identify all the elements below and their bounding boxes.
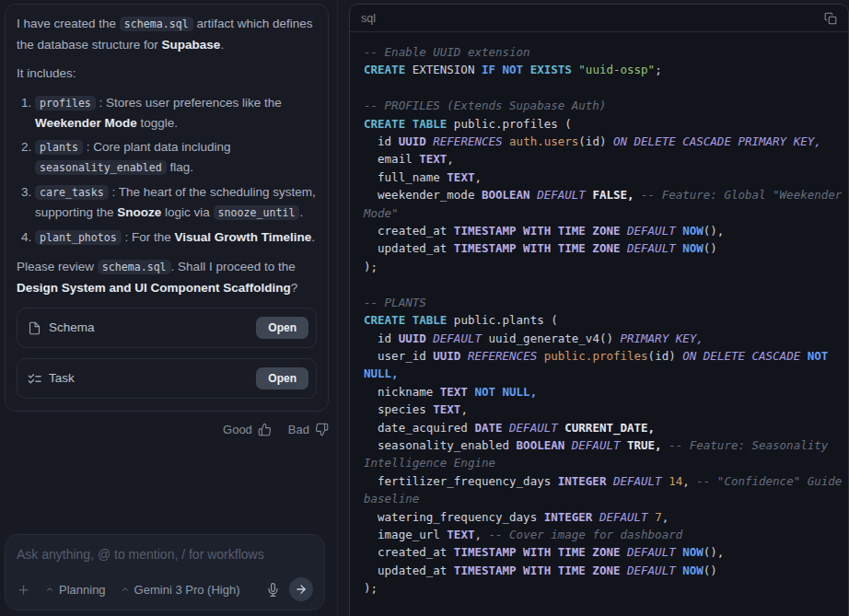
code-line: species TEXT, — [364, 401, 843, 418]
chat-panel: I have created the schema.sql artifact w… — [0, 0, 337, 616]
bad-button[interactable]: Bad — [288, 423, 329, 436]
list-item: care_tasks : The heart of the scheduling… — [35, 182, 317, 224]
code-line: id UUID DEFAULT uuid_generate_v4() PRIMA… — [364, 330, 843, 347]
composer-toolbar: Planning Gemini 3 Pro (High) — [17, 577, 313, 601]
app-root: I have created the schema.sql artifact w… — [0, 0, 849, 616]
code-line: updated_at TIMESTAMP WITH TIME ZONE DEFA… — [364, 562, 843, 579]
code-language-label: sql — [361, 12, 376, 25]
inline-code: care_tasks — [35, 185, 109, 200]
code-line: user_id UUID REFERENCES public.profiles(… — [364, 347, 843, 383]
feedback-row: Good Bad — [5, 423, 329, 436]
thumbs-up-icon — [258, 423, 272, 436]
code-line: CREATE EXTENSION IF NOT EXISTS "uuid-oss… — [364, 61, 843, 78]
chevron-up-icon — [45, 585, 54, 594]
message-list: profiles : Stores user preferences like … — [17, 93, 317, 249]
assistant-message: I have created the schema.sql artifact w… — [5, 4, 329, 412]
code-line: ); — [364, 579, 843, 597]
composer[interactable]: Planning Gemini 3 Pro (High) — [5, 534, 325, 610]
attachment-label: Task — [49, 368, 75, 389]
thumbs-down-icon — [315, 423, 329, 436]
text-segment: . Shall I proceed to the — [171, 260, 296, 273]
code-line: ); — [364, 258, 843, 275]
code-line: CREATE TABLE public.plants ( — [364, 311, 843, 329]
inline-code: snooze_until — [214, 205, 300, 220]
code-line — [364, 79, 843, 97]
code-line: image_url TEXT, -- Cover image for dashb… — [364, 526, 843, 543]
panel-divider — [337, 0, 338, 616]
code-line: full_name TEXT, — [364, 169, 843, 186]
message-paragraph: Please review schema.sql. Shall I procee… — [17, 257, 317, 297]
inline-code: profiles — [35, 96, 96, 110]
inline-code: seasonality_enabled — [35, 160, 167, 175]
code-line: -- PLANTS — [364, 294, 843, 311]
copy-icon — [824, 12, 837, 25]
code-line: id UUID REFERENCES auth.users(id) ON DEL… — [364, 133, 843, 150]
code-line: seasonality_enabled BOOLEAN DEFAULT TRUE… — [364, 436, 843, 472]
composer-input[interactable] — [17, 547, 313, 562]
mode-label: Planning — [59, 583, 106, 597]
document-icon — [28, 321, 41, 335]
list-item: profiles : Stores user preferences like … — [35, 93, 317, 134]
model-label: Gemini 3 Pro (High) — [134, 583, 240, 597]
text-segment: toggle. — [137, 116, 178, 130]
add-attachment-button[interactable] — [17, 583, 30, 597]
chevron-up-icon — [121, 585, 130, 594]
attachment-list: SchemaOpenTaskOpen — [17, 308, 317, 399]
inline-code: plants — [35, 140, 83, 155]
code-line: weekender_mode BOOLEAN DEFAULT FALSE, --… — [364, 186, 843, 222]
code-line: date_acquired DATE DEFAULT CURRENT_DATE, — [364, 419, 843, 436]
inline-code: schema.sql — [98, 260, 171, 274]
send-button[interactable] — [289, 577, 313, 601]
checklist-icon — [28, 372, 41, 386]
list-item: plants : Core plant data including seaso… — [35, 137, 317, 179]
message-body: I have created the schema.sql artifact w… — [17, 14, 317, 297]
text-segment: : For the — [122, 230, 175, 244]
text-segment: I have created the — [17, 17, 120, 30]
inline-code: plant_photos — [35, 230, 122, 245]
text-segment: . — [311, 230, 315, 244]
code-line: email TEXT, — [364, 150, 843, 168]
code-line: updated_at TIMESTAMP WITH TIME ZONE DEFA… — [364, 239, 843, 257]
mode-selector[interactable]: Planning — [45, 583, 106, 597]
model-selector[interactable]: Gemini 3 Pro (High) — [121, 583, 240, 597]
code-panel: sql -- Enable UUID extensionCREATE EXTEN… — [349, 4, 849, 616]
open-button[interactable]: Open — [256, 367, 308, 389]
attachment-card[interactable]: SchemaOpen — [17, 308, 317, 348]
text-segment: . — [220, 38, 224, 52]
text-segment: Design System and UI Component Scaffoldi… — [17, 281, 291, 295]
code-line: nickname TEXT NOT NULL, — [364, 383, 843, 401]
text-segment: flag. — [167, 160, 193, 174]
text-segment: Snooze — [117, 205, 161, 219]
code-header: sql — [350, 5, 848, 32]
text-segment: Supabase — [162, 38, 221, 52]
text-segment: ? — [291, 281, 298, 295]
text-segment: logic via — [161, 205, 213, 219]
text-segment: Weekender Mode — [35, 116, 137, 130]
message-paragraph: It includes: — [17, 64, 317, 84]
code-line: created_at TIMESTAMP WITH TIME ZONE DEFA… — [364, 543, 843, 561]
code-line: CREATE TABLE public.profiles ( — [364, 115, 843, 133]
mic-button[interactable] — [266, 583, 280, 597]
text-segment: : Core plant data including — [83, 140, 231, 154]
text-segment: Visual Growth Timeline — [175, 230, 312, 244]
code-line: watering_frequency_days INTEGER DEFAULT … — [364, 508, 843, 526]
inline-code: schema.sql — [120, 17, 193, 31]
text-segment: . — [299, 205, 303, 219]
code-line — [364, 275, 843, 293]
code-content: -- Enable UUID extensionCREATE EXTENSION… — [350, 32, 843, 616]
open-button[interactable]: Open — [256, 317, 308, 339]
attachment-card[interactable]: TaskOpen — [17, 358, 317, 399]
copy-code-button[interactable] — [824, 12, 837, 25]
code-line: fertilizer_frequency_days INTEGER DEFAUL… — [364, 472, 843, 508]
text-segment: : Stores user preferences like the — [96, 96, 282, 110]
text-segment: Please review — [17, 260, 98, 273]
good-button[interactable]: Good — [223, 423, 272, 436]
arrow-right-icon — [295, 583, 308, 596]
good-label: Good — [223, 423, 252, 436]
list-item: plant_photos : For the Visual Growth Tim… — [35, 227, 317, 249]
code-line: created_at TIMESTAMP WITH TIME ZONE DEFA… — [364, 222, 843, 239]
code-line: -- Enable UUID extension — [364, 43, 843, 61]
message-paragraph: I have created the schema.sql artifact w… — [17, 14, 317, 54]
text-segment: It includes: — [17, 66, 76, 80]
code-line: -- PROFILES (Extends Supabase Auth) — [364, 97, 843, 114]
